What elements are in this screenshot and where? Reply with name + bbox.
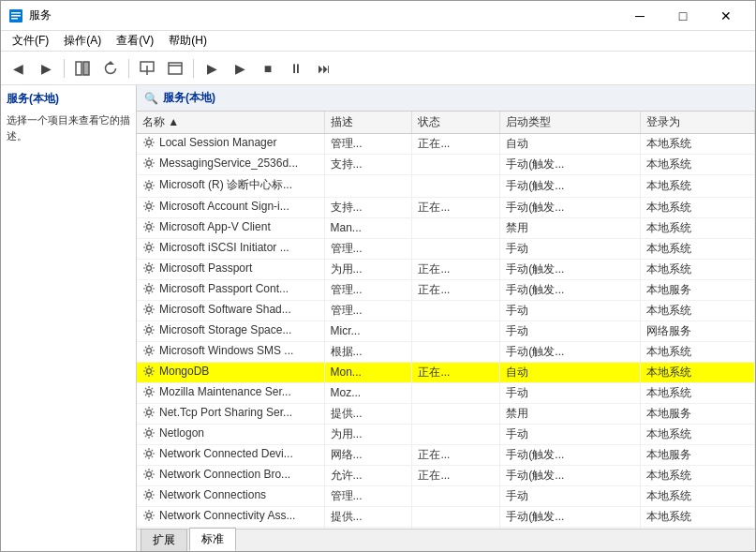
main-panel-title: 服务(本地) [163,90,215,106]
service-startup: 自动 [500,134,641,155]
tab-expand[interactable]: 扩展 [141,529,187,551]
svg-marker-6 [107,61,114,65]
table-row[interactable]: Microsoft Software Shad...管理...手动本地系统 [137,300,755,321]
maximize-button[interactable]: □ [661,1,704,31]
service-status [412,403,500,424]
tab-standard[interactable]: 标准 [189,528,236,551]
service-status: 正在... [412,197,500,217]
table-row[interactable]: Network Connection Bro...允许...正在...手动(触发… [137,465,755,485]
service-name: Microsoft Storage Space... [137,321,324,341]
service-desc: 支持... [324,155,412,175]
service-login: 本地系统 [641,238,755,259]
table-row[interactable]: Network Connectivity Ass...提供...手动(触发...… [137,506,755,527]
col-startup[interactable]: 启动类型 [500,112,641,134]
content-area: 服务(本地) 选择一个项目来查看它的描述。 🔍 服务(本地) 名称 ▲ 描述 状… [1,85,755,551]
table-row[interactable]: Microsoft Passport为用...正在...手动(触发...本地系统 [137,259,755,279]
service-startup: 手动(触发... [500,465,641,485]
left-panel: 服务(本地) 选择一个项目来查看它的描述。 [1,85,137,551]
service-name: Microsoft (R) 诊断中心标... [137,175,324,198]
pause-button[interactable]: ⏸ [283,55,309,82]
service-name: Microsoft Passport [137,259,324,279]
menu-file[interactable]: 文件(F) [5,31,56,51]
col-name[interactable]: 名称 ▲ [137,112,324,134]
svg-rect-2 [11,15,21,17]
service-status [412,175,500,198]
service-desc: 提供... [324,506,412,527]
col-status[interactable]: 状态 [412,112,500,134]
play2-button[interactable]: ▶ [227,55,253,82]
svg-point-15 [147,224,152,229]
service-login: 网络服务 [641,321,755,341]
play-button[interactable]: ▶ [199,55,225,82]
service-login: 本地服务 [641,403,755,424]
service-status: 正在... [412,444,500,465]
table-row[interactable]: Microsoft Passport Cont...管理...正在...手动(触… [137,279,755,300]
window-controls: ─ □ ✕ [618,1,748,31]
svg-point-24 [147,410,152,414]
service-name: Netlogon [137,424,324,444]
svg-point-21 [147,348,152,352]
stop-button[interactable]: ■ [255,55,281,82]
service-desc: 网络... [324,444,412,465]
service-login: 本地系统 [641,506,755,527]
table-row[interactable]: MessagingService_2536d...支持...手动(触发...本地… [137,155,755,175]
service-name: Microsoft Account Sign-i... [137,197,324,217]
table-row[interactable]: Network Connected Devi...网络...正在...手动(触发… [137,444,755,465]
menu-action[interactable]: 操作(A) [56,31,109,51]
svg-rect-5 [83,62,89,75]
table-header: 名称 ▲ 描述 状态 启动类型 登录为 [137,112,755,134]
table-row[interactable]: Microsoft iSCSI Initiator ...管理...手动本地系统 [137,238,755,259]
services-table[interactable]: 名称 ▲ 描述 状态 启动类型 登录为 Local Session Manage… [137,112,755,529]
back-button[interactable]: ◀ [5,55,31,82]
menu-help[interactable]: 帮助(H) [161,31,215,51]
table-row[interactable]: Microsoft Storage Space...Micr...手动网络服务 [137,321,755,341]
svg-rect-1 [11,12,21,14]
service-startup: 手动(触发... [500,155,641,175]
toolbar-sep-3 [193,59,194,78]
service-desc: 管理... [324,279,412,300]
export-button[interactable] [134,55,160,82]
table-row[interactable]: Local Session Manager管理...正在...自动本地系统 [137,134,755,155]
service-login: 本地系统 [641,197,755,217]
left-panel-description: 选择一个项目来查看它的描述。 [7,112,130,143]
table-row[interactable]: Microsoft Windows SMS ...根据...手动(触发...本地… [137,341,755,362]
service-status [412,238,500,259]
svg-point-11 [147,141,152,145]
close-button[interactable]: ✕ [704,1,748,31]
table-row[interactable]: Netlogon为用...手动本地系统 [137,424,755,444]
service-startup: 手动(触发... [500,259,641,279]
service-startup: 手动(触发... [500,175,641,198]
table-row[interactable]: Microsoft App-V ClientMan...禁用本地系统 [137,217,755,238]
col-desc[interactable]: 描述 [324,112,412,134]
panel-search-icon: 🔍 [144,92,157,105]
service-desc: Mon... [324,362,412,382]
service-status [412,300,500,321]
svg-rect-9 [169,63,182,74]
table-row[interactable]: Mozilla Maintenance Ser...Moz...手动本地系统 [137,382,755,403]
col-login[interactable]: 登录为 [641,112,755,134]
service-desc: Man... [324,217,412,238]
service-desc: 管理... [324,134,412,155]
refresh-button[interactable] [97,55,124,82]
service-login: 本地系统 [641,424,755,444]
table-row[interactable]: Microsoft Account Sign-i...支持...正在...手动(… [137,197,755,217]
service-status: 正在... [412,279,500,300]
forward-button[interactable]: ▶ [33,55,59,82]
service-startup: 手动 [500,485,641,506]
resume-button[interactable]: ⏭ [311,55,337,82]
service-login: 本地系统 [641,259,755,279]
main-window: 服务 ─ □ ✕ 文件(F) 操作(A) 查看(V) 帮助(H) ◀ ▶ ▶ [0,0,756,552]
svg-rect-4 [76,62,82,75]
table-row[interactable]: Net.Tcp Port Sharing Ser...提供...禁用本地服务 [137,403,755,424]
properties-button[interactable] [162,55,188,82]
table-row[interactable]: Network Connections管理...手动本地系统 [137,485,755,506]
minimize-button[interactable]: ─ [618,1,661,31]
title-bar: 服务 ─ □ ✕ [1,1,755,31]
service-status [412,155,500,175]
main-panel-header: 🔍 服务(本地) [137,85,755,112]
service-startup: 手动 [500,300,641,321]
table-row[interactable]: MongoDBMon...正在...自动本地系统 [137,362,755,382]
menu-view[interactable]: 查看(V) [109,31,161,51]
table-row[interactable]: Microsoft (R) 诊断中心标...手动(触发...本地系统 [137,175,755,198]
show-hide-button[interactable] [69,55,96,82]
